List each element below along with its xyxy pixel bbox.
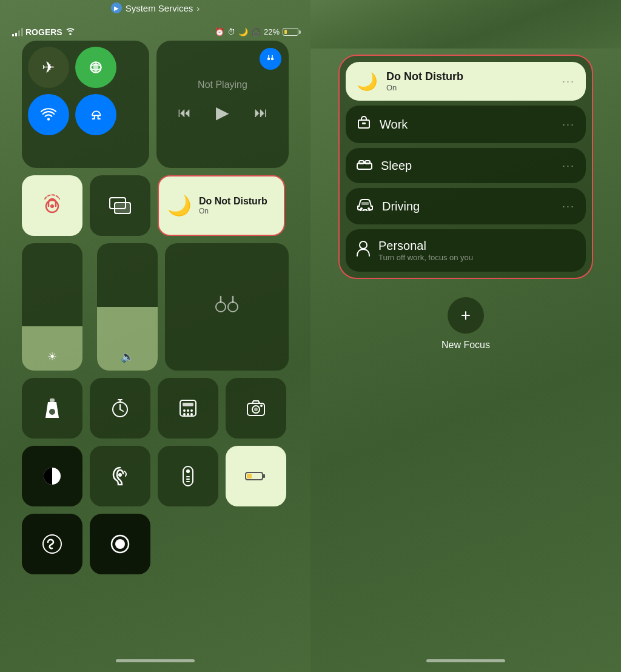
focus-work-item[interactable]: Work ··· — [346, 106, 586, 143]
svg-rect-15 — [50, 398, 55, 402]
left-panel: ▶ System Services › ROGERS ⏰ ⏱ 🌙 🎧 22% — [0, 0, 310, 672]
moon-icon: 🌙 — [238, 27, 248, 36]
headphones-icon: 🎧 — [251, 27, 261, 36]
media-controls: ⏮ ▶ ⏭ — [165, 102, 280, 123]
hearing-button[interactable] — [90, 446, 150, 506]
volume-slider[interactable]: 🔈 — [97, 243, 158, 371]
svg-rect-52 — [365, 161, 370, 164]
cellular-icon — [88, 59, 104, 75]
remote-button[interactable] — [158, 446, 218, 506]
fast-forward-button[interactable]: ⏭ — [254, 105, 267, 121]
dnd-moon-icon: 🌙 — [167, 194, 192, 217]
status-right: ⏰ ⏱ 🌙 🎧 22% — [215, 27, 298, 36]
sleep-icon — [357, 158, 372, 173]
focus-menu[interactable]: 🌙 Do Not Disturb On ··· Work ··· — [338, 55, 593, 279]
sleep-more-button[interactable]: ··· — [562, 160, 575, 172]
focus-personal-item[interactable]: Personal Turn off work, focus on you — [346, 229, 586, 272]
dnd-more-button[interactable]: ··· — [562, 75, 575, 88]
svg-rect-44 — [263, 474, 265, 478]
svg-rect-41 — [186, 481, 190, 482]
bluetooth-button[interactable]: ⍾ — [75, 94, 116, 135]
dnd-title: Do Not Disturb — [199, 196, 267, 207]
svg-point-26 — [187, 409, 189, 412]
focus-sleep-item[interactable]: Sleep ··· — [346, 148, 586, 183]
camera-icon — [246, 400, 266, 417]
dark-mode-button[interactable] — [22, 446, 82, 506]
screen-record-button[interactable] — [90, 514, 150, 574]
alarm-icon: ⏰ — [215, 27, 224, 36]
svg-rect-24 — [183, 403, 193, 406]
driving-icon — [357, 198, 374, 215]
work-more-button[interactable]: ··· — [562, 118, 575, 131]
play-button[interactable]: ▶ — [216, 102, 229, 123]
signal-icon — [12, 28, 23, 36]
personal-icon — [357, 241, 370, 260]
right-panel: 🌙 Do Not Disturb On ··· Work ··· — [310, 0, 621, 672]
remote-icon — [182, 465, 194, 487]
top-row: ✈ — [22, 41, 289, 168]
focus-driving-item[interactable]: Driving ··· — [346, 188, 586, 224]
system-services-label: System Services — [126, 3, 193, 13]
svg-point-30 — [190, 413, 193, 415]
connectivity-group[interactable]: ✈ — [22, 41, 149, 168]
driving-more-button[interactable]: ··· — [562, 200, 575, 213]
cellular-data-button[interactable] — [75, 47, 116, 88]
focus-dnd-row[interactable]: 🌙 Do Not Disturb On ··· — [346, 62, 586, 101]
brightness-icon: ☀ — [47, 350, 57, 363]
status-left: ROGERS — [12, 27, 76, 37]
plus-icon: + — [461, 306, 471, 325]
svg-point-25 — [183, 409, 186, 412]
svg-point-17 — [49, 409, 55, 415]
driving-label: Driving — [382, 200, 554, 213]
calculator-icon — [179, 399, 197, 417]
wifi-icon — [65, 27, 76, 37]
personal-text: Personal Turn off work, focus on you — [378, 239, 575, 262]
svg-rect-51 — [359, 161, 364, 164]
chevron-right-icon: › — [196, 3, 200, 13]
airplane-icon: ✈ — [42, 58, 55, 77]
dnd-text: Do Not Disturb On — [199, 196, 267, 215]
new-focus-button[interactable]: + — [448, 297, 484, 334]
hearing-icon — [112, 466, 128, 486]
timer-button[interactable] — [90, 378, 150, 438]
wifi-button[interactable] — [28, 94, 69, 135]
right-home-indicator — [426, 659, 505, 662]
rewind-button[interactable]: ⏮ — [178, 105, 191, 121]
screen-mirror-button[interactable] — [90, 175, 150, 236]
tool-row — [22, 378, 289, 438]
shazam-button[interactable] — [22, 514, 82, 574]
new-focus-label: New Focus — [441, 340, 490, 351]
battery-status-button[interactable] — [226, 446, 286, 506]
work-icon — [357, 115, 371, 133]
screen-rotation-button[interactable] — [22, 175, 82, 236]
do-not-disturb-button[interactable]: 🌙 Do Not Disturb On — [158, 175, 285, 236]
brightness-slider[interactable]: ☀ — [22, 243, 82, 371]
record-icon — [110, 534, 130, 554]
sleep-label: Sleep — [381, 159, 554, 173]
media-player[interactable]: Not Playing ⏮ ▶ ⏭ — [156, 41, 289, 168]
svg-rect-43 — [247, 474, 252, 479]
new-focus-area[interactable]: + New Focus — [441, 297, 490, 351]
calculator-button[interactable] — [158, 378, 218, 438]
focus-dnd-text: Do Not Disturb On — [386, 70, 554, 92]
camera-button[interactable] — [226, 378, 286, 438]
svg-point-28 — [183, 413, 186, 415]
svg-point-56 — [360, 241, 367, 249]
work-label: Work — [380, 118, 554, 132]
carrier-name: ROGERS — [25, 27, 62, 37]
svg-point-34 — [260, 405, 263, 407]
bottom-row — [22, 514, 289, 574]
svg-point-53 — [360, 207, 363, 210]
svg-point-2 — [47, 118, 50, 120]
svg-rect-10 — [115, 203, 130, 213]
personal-sub: Turn off work, focus on you — [378, 253, 575, 262]
focus-status-icon: ⏱ — [227, 27, 235, 36]
system-services-header[interactable]: ▶ System Services › — [111, 0, 200, 19]
flashlight-button[interactable] — [22, 378, 82, 438]
svg-point-33 — [254, 408, 258, 411]
status-bar: ROGERS ⏰ ⏱ 🌙 🎧 22% — [0, 19, 310, 41]
focus-dnd-status: On — [386, 83, 554, 92]
airplane-mode-button[interactable]: ✈ — [28, 47, 69, 88]
svg-point-8 — [50, 204, 54, 208]
airpods-indicator — [260, 48, 281, 70]
